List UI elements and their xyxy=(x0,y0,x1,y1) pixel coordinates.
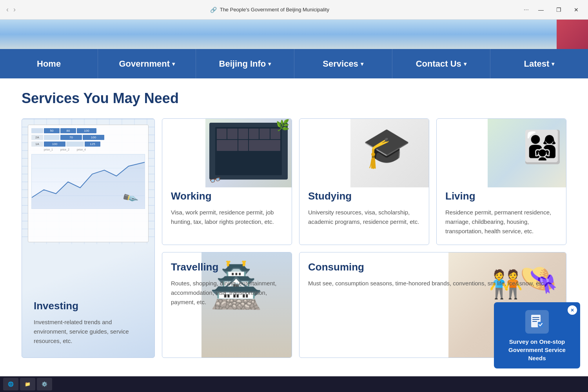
back-button[interactable]: ‹ xyxy=(6,5,9,14)
maximize-button[interactable]: ❐ xyxy=(553,5,564,15)
forward-button[interactable]: › xyxy=(13,5,16,14)
living-image: 👨‍👩‍👧 xyxy=(488,119,566,187)
nav-home-label: Home xyxy=(37,59,61,69)
svg-rect-6 xyxy=(532,319,539,320)
working-image: 👓 🌿 xyxy=(205,119,292,187)
address-bar: 🔗 The People's Government of Beijing Mun… xyxy=(20,7,519,13)
hero-banner xyxy=(0,20,588,49)
living-content: Living Residence permit, permanent resid… xyxy=(445,190,557,236)
studying-image: 🎓 xyxy=(350,119,429,187)
beijing-info-chevron-icon: ▾ xyxy=(268,61,271,67)
nav-contact-label: Contact Us xyxy=(416,59,461,69)
government-chevron-icon: ▾ xyxy=(172,61,175,67)
working-title: Working xyxy=(171,190,283,202)
investing-chart-area: 50 80 100 2A 70 100 1A 100 125 xyxy=(28,125,149,242)
browser-chrome: ‹ › 🔗 The People's Government of Beijing… xyxy=(0,0,588,20)
nav-home[interactable]: Home xyxy=(0,49,98,78)
consuming-content: Consuming Must see, consumption seasons,… xyxy=(308,261,557,288)
nav-services-label: Services xyxy=(323,59,358,69)
section-title: Services You May Need xyxy=(22,90,566,107)
studying-content: Studying University resources, visa, sch… xyxy=(308,190,420,227)
link-icon: 🔗 xyxy=(210,7,217,13)
browser-actions: ··· — ❐ ✕ xyxy=(524,5,582,15)
nav-services[interactable]: Services ▾ xyxy=(294,49,392,78)
nav-government-label: Government xyxy=(119,59,170,69)
living-title: Living xyxy=(445,190,557,202)
consuming-desc: Must see, consumption seasons, time-hono… xyxy=(308,279,557,288)
survey-title[interactable]: Survey on One-stop Government Service Ne… xyxy=(500,338,574,362)
living-desc: Residence permit, permanent residence, m… xyxy=(445,208,557,236)
travelling-desc: Routes, shopping, dining, entertainment,… xyxy=(171,279,283,307)
travelling-content: Travelling Routes, shopping, dining, ent… xyxy=(171,261,283,307)
survey-close-button[interactable]: × xyxy=(568,305,577,315)
consuming-title: Consuming xyxy=(308,261,557,273)
card-working[interactable]: 👓 🌿 Working Visa, work permit, residence… xyxy=(162,118,292,245)
survey-document-icon xyxy=(529,314,545,330)
card-living[interactable]: 👨‍👩‍👧 Living Residence permit, permanent… xyxy=(436,118,566,245)
working-content: Working Visa, work permit, residence per… xyxy=(171,190,283,227)
nav-government[interactable]: Government ▾ xyxy=(98,49,196,78)
investing-content: Investing Investment-related trends and … xyxy=(34,300,143,346)
nav-beijing-info[interactable]: Beijing Info ▾ xyxy=(196,49,294,78)
nav-latest-label: Latest xyxy=(524,59,550,69)
working-desc: Visa, work permit, residence permit, job… xyxy=(171,208,283,227)
card-studying[interactable]: 🎓 Studying University resources, visa, s… xyxy=(299,118,429,245)
navigation-bar: Home Government ▾ Beijing Info ▾ Service… xyxy=(0,49,588,78)
services-chevron-icon: ▾ xyxy=(361,61,363,67)
investing-title: Investing xyxy=(34,300,143,312)
close-button[interactable]: ✕ xyxy=(571,5,582,15)
svg-rect-7 xyxy=(532,321,537,322)
nav-contact-us[interactable]: Contact Us ▾ xyxy=(392,49,490,78)
page-url: The People's Government of Beijing Munic… xyxy=(220,7,329,13)
nav-beijing-info-label: Beijing Info xyxy=(219,59,266,69)
nav-latest[interactable]: Latest ▾ xyxy=(490,49,588,78)
studying-desc: University resources, visa, scholarship,… xyxy=(308,208,420,227)
card-investing[interactable]: 50 80 100 2A 70 100 1A 100 125 xyxy=(22,118,155,358)
contact-chevron-icon: ▾ xyxy=(464,61,466,67)
survey-popup: × Survey on One-stop Government Service … xyxy=(494,302,580,368)
survey-icon xyxy=(525,310,549,334)
minimize-button[interactable]: — xyxy=(535,5,547,15)
svg-rect-5 xyxy=(532,317,539,318)
browser-menu-button[interactable]: ··· xyxy=(524,6,529,13)
investing-desc: Investment-related trends and environmen… xyxy=(34,318,143,346)
card-travelling[interactable]: 🏯 Travelling Routes, shopping, dining, e… xyxy=(162,252,292,358)
studying-title: Studying xyxy=(308,190,420,202)
travelling-title: Travelling xyxy=(171,261,283,273)
latest-chevron-icon: ▾ xyxy=(552,61,554,67)
